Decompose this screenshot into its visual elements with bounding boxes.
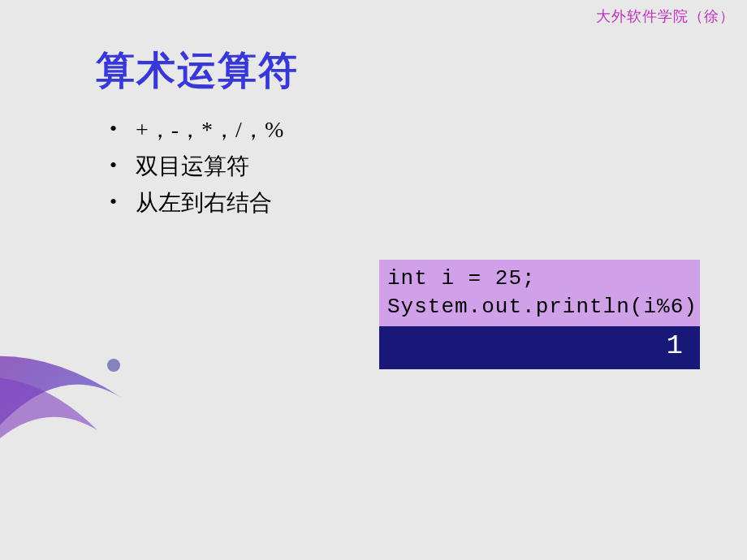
code-line: int i = 25;	[387, 266, 536, 291]
code-content: int i = 25; System.out.println(i%6)	[379, 260, 700, 326]
bullet-item: 从左到右结合	[110, 185, 283, 222]
decorative-swoosh-icon	[0, 252, 244, 560]
code-line: System.out.println(i%6)	[387, 295, 697, 319]
svg-point-0	[107, 359, 120, 372]
bullet-item: 双目运算符	[110, 149, 283, 185]
bullet-list: +，-，*，/，% 双目运算符 从左到右结合	[110, 112, 283, 221]
slide-container: 大外软件学院（徐） 算术运算符 +，-，*，/，% 双目运算符 从左到右结合 i…	[0, 0, 747, 560]
bullet-item: +，-，*，/，%	[110, 112, 283, 149]
slide-title: 算术运算符	[96, 45, 299, 97]
code-box: int i = 25; System.out.println(i%6) 1	[379, 260, 700, 369]
code-output: 1	[379, 326, 700, 369]
header-credit: 大外软件学院（徐）	[596, 6, 735, 26]
